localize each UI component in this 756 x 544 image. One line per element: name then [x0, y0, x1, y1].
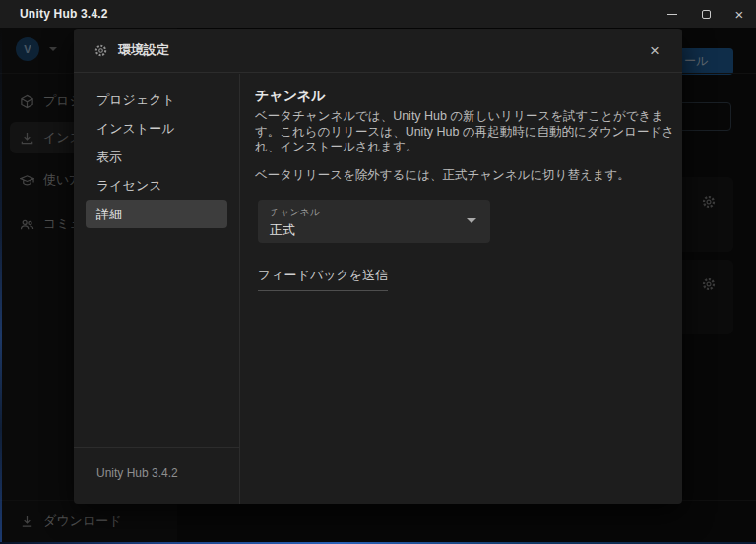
- channel-dropdown[interactable]: チャンネル 正式: [258, 200, 490, 243]
- minimize-icon: [667, 14, 677, 15]
- window-title: Unity Hub 3.4.2: [20, 7, 108, 21]
- hub-version-label: Unity Hub 3.4.2: [96, 466, 178, 480]
- maximize-button[interactable]: [689, 0, 723, 28]
- dialog-nav-installs[interactable]: インストール: [86, 114, 227, 143]
- close-dialog-button[interactable]: ×: [643, 39, 666, 63]
- titlebar: Unity Hub 3.4.2 ×: [0, 0, 756, 28]
- unity-hub-window: Unity Hub 3.4.2 × V インストール プロジェクト: [0, 0, 756, 544]
- close-icon: ×: [650, 41, 660, 61]
- dialog-nav-label: プロジェクト: [96, 91, 175, 109]
- dialog-nav-projects[interactable]: プロジェクト: [86, 86, 227, 114]
- dialog-nav-appearance[interactable]: 表示: [86, 143, 227, 171]
- dropdown-value: 正式: [270, 221, 478, 239]
- channel-heading: チャンネル: [255, 88, 668, 105]
- dialog-nav-label: インストール: [96, 120, 175, 138]
- dropdown-label: チャンネル: [270, 206, 478, 219]
- dialog-nav-label: 表示: [96, 149, 122, 166]
- version-divider: [74, 447, 239, 448]
- dialog-content: チャンネル ベータチャンネルでは、Unity Hub の新しいリリースを試すこと…: [241, 74, 682, 504]
- send-feedback-link[interactable]: フィードバックを送信: [258, 267, 388, 291]
- minimize-button[interactable]: [656, 0, 689, 28]
- window-controls: ×: [656, 0, 756, 28]
- close-window-button[interactable]: ×: [723, 0, 756, 28]
- dialog-nav-licenses[interactable]: ライセンス: [86, 171, 227, 200]
- dialog-nav-advanced[interactable]: 詳細: [86, 200, 227, 228]
- dialog-nav-label: ライセンス: [96, 177, 162, 195]
- dialog-title: 環境設定: [118, 41, 169, 59]
- close-window-icon: ×: [735, 7, 744, 22]
- chevron-down-icon: [467, 218, 476, 223]
- dialog-header: 環境設定 ×: [74, 29, 682, 73]
- maximize-icon: [702, 10, 711, 19]
- dialog-nav: プロジェクト インストール 表示 ライセンス 詳細 Unity Hub 3.4.…: [74, 74, 240, 504]
- window-edge-accent-left: [0, 28, 2, 542]
- channel-description: ベータチャンネルでは、Unity Hub の新しいリリースを試すことができます。…: [255, 109, 678, 155]
- preferences-dialog: 環境設定 × プロジェクト インストール 表示 ライセンス 詳細 Unity H…: [74, 29, 682, 504]
- dialog-nav-label: 詳細: [96, 206, 122, 223]
- channel-note: ベータリリースを除外するには、正式チャンネルに切り替えます。: [255, 168, 678, 184]
- gear-icon: [94, 43, 108, 58]
